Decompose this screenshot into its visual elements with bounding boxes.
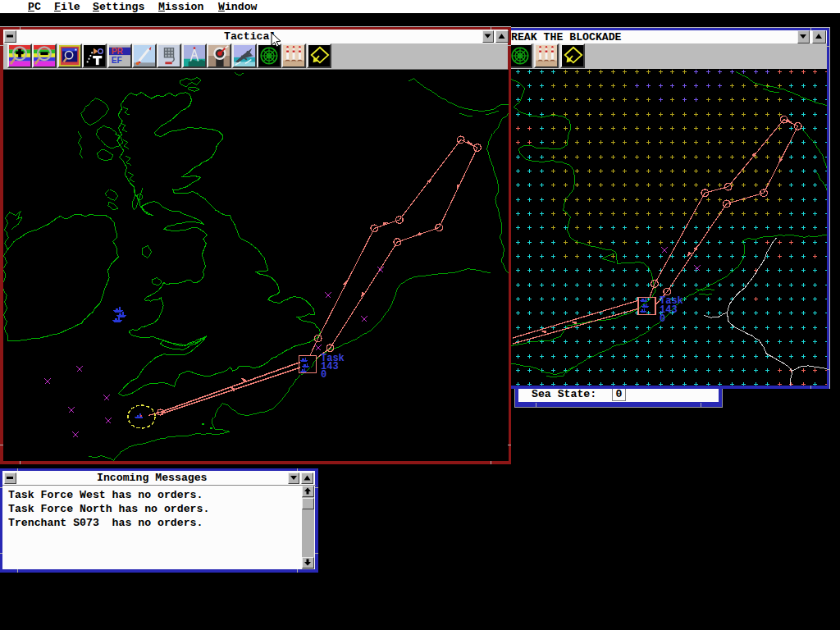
- svg-text:0: 0: [321, 369, 326, 381]
- svg-text:EF: EF: [112, 56, 122, 65]
- svg-text:PR: PR: [112, 47, 124, 56]
- svg-text:0: 0: [660, 313, 665, 325]
